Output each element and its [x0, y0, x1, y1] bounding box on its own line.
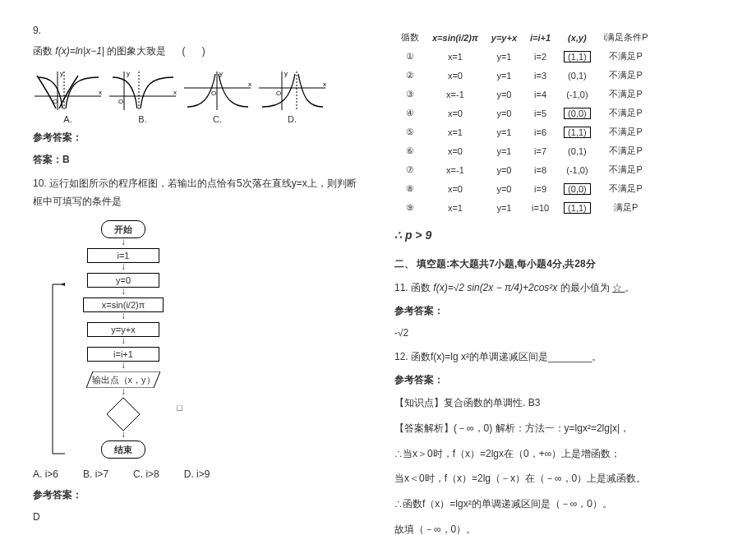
- q9-answer: 答案：B: [33, 151, 362, 169]
- q12-ref-ans-label: 参考答案：: [394, 373, 723, 387]
- flow-arrow-icon: ↓: [66, 431, 181, 440]
- table-cell: y=0: [485, 179, 523, 198]
- graph-d-label: D.: [257, 114, 327, 124]
- table-cell: x=1: [426, 198, 485, 217]
- table-cell: 不满足P: [597, 47, 655, 66]
- flow-arrow-icon: ↓: [66, 362, 181, 371]
- table-row: ③x=-1y=0i=4(-1,0)不满足P: [394, 85, 655, 104]
- svg-marker-24: [107, 398, 140, 431]
- table-cell: ③: [394, 85, 426, 104]
- table-cell: x=-1: [426, 85, 485, 104]
- section2-title: 二、 填空题:本大题共7小题,每小题4分,共28分: [394, 257, 723, 271]
- table-cell: 不满足P: [597, 104, 655, 122]
- table-cell: (1,1): [557, 122, 597, 141]
- table-cell: y=1: [485, 66, 523, 85]
- q11-stem: 11. 函数 f(x)=√2 sin(2x − π/4)+2cos²x 的最小值…: [394, 279, 723, 297]
- q12-sol5: 故填（－∞，0）。: [394, 520, 723, 535]
- svg-marker-25: [61, 283, 65, 286]
- table-cell: y=0: [485, 104, 523, 122]
- q12-sol4: ∴函数f（x）=lgx²的单调递减区间是（－∞，0）。: [394, 495, 723, 514]
- opt-d: D. i>9: [184, 468, 210, 480]
- q12-stem: 12. 函数f(x)=lg x²的单调递减区间是________。: [394, 348, 723, 367]
- table-cell: x=-1: [426, 160, 485, 179]
- flow-arrow-icon: ↓: [66, 263, 181, 273]
- flow-arrow-icon: ↓: [66, 388, 181, 398]
- table-cell: i=9: [523, 179, 557, 198]
- q9-stem: 函数 f(x)=ln|x−1| 的图象大致是 ( ): [33, 43, 362, 61]
- q9-graph-row: x y O A.: [33, 67, 362, 124]
- right-column: 循数 x=sin(i/2)π y=y+x i=i+1 (x,y) i满足条件P …: [394, 25, 723, 535]
- table-cell: 不满足P: [597, 141, 655, 160]
- table-cell: 不满足P: [597, 85, 655, 104]
- th-pt: (x,y): [557, 28, 597, 47]
- paren-r: ): [202, 45, 205, 57]
- svg-text:x: x: [323, 81, 326, 88]
- table-row: ⑥x=0y=1i=7(0,1)不满足P: [394, 141, 655, 160]
- table-cell: x=0: [426, 141, 485, 160]
- table-cell: i=5: [523, 104, 557, 122]
- q10-options: A. i>6 B. i>7 C. i>8 D. i>9: [33, 468, 362, 480]
- flow-arrow-icon: ↓: [66, 238, 181, 248]
- table-cell: ⑦: [394, 160, 426, 179]
- table-cell: i=8: [523, 160, 557, 179]
- q11-dot: 。: [625, 282, 634, 293]
- table-cell: ⑥: [394, 141, 426, 160]
- q10-stem: 10. 运行如图所示的程序框图，若输出的点恰有5次落在直线y=x上，则判断框中可…: [33, 175, 362, 210]
- th-y: y=y+x: [485, 28, 523, 47]
- svg-text:y: y: [219, 70, 223, 77]
- table-cell: (-1,0): [557, 160, 597, 179]
- cond-side-label: □: [177, 403, 182, 413]
- th-x: x=sin(i/2)π: [426, 28, 485, 47]
- th-p: i满足条件P: [597, 28, 655, 47]
- table-cell: y=1: [485, 122, 523, 141]
- flow-condition: [107, 398, 140, 431]
- q10-ref-ans-label: 参考答案：: [33, 488, 362, 502]
- q12-sol1: 【答案解析】(－∞，0) 解析：方法一：y=lgx²=2lg|x|，: [394, 419, 723, 438]
- flow-loop-line: [51, 283, 66, 455]
- table-cell: x=1: [426, 47, 485, 66]
- table-cell: i=4: [523, 85, 557, 104]
- flow-arrow-icon: ↓: [66, 337, 181, 347]
- table-row: ①x=1y=1i=2(1,1)不满足P: [394, 47, 655, 66]
- table-row: ⑧x=0y=0i=9(0,0)不满足P: [394, 179, 655, 198]
- flow-output-text: 输出点（x，y）: [86, 371, 160, 388]
- table-cell: 满足P: [597, 198, 655, 217]
- svg-text:x: x: [173, 89, 177, 96]
- graph-c: x y O C.: [182, 67, 252, 124]
- flow-output: 输出点（x，y）: [86, 371, 160, 388]
- table-cell: ⑨: [394, 198, 426, 217]
- table-cell: ②: [394, 66, 426, 85]
- svg-text:y: y: [284, 70, 288, 77]
- svg-text:O: O: [276, 90, 281, 97]
- table-cell: (-1,0): [557, 85, 597, 104]
- table-cell: (0,1): [557, 141, 597, 160]
- table-cell: y=1: [485, 141, 523, 160]
- paren-l: (: [182, 45, 186, 57]
- table-cell: y=1: [485, 198, 523, 217]
- opt-b: B. i>7: [83, 468, 108, 480]
- q11-formula: f(x)=√2 sin(2x − π/4)+2cos²x: [433, 282, 557, 293]
- table-cell: i=2: [523, 47, 557, 66]
- table-row: ⑤x=1y=1i=6(1,1)不满足P: [394, 122, 655, 141]
- table-cell: x=0: [426, 104, 485, 122]
- q11-ref-ans-label: 参考答案：: [394, 304, 723, 318]
- q12-sol3: 当x＜0时，f（x）=2lg（－x）在（－∞，0）上是减函数。: [394, 469, 723, 488]
- opt-a: A. i>6: [33, 468, 58, 480]
- q12-sol2: ∴当x＞0时，f（x）=2lgx在（0，+∞）上是增函数；: [394, 445, 723, 464]
- table-cell: i=7: [523, 141, 557, 160]
- q9-number: 9.: [33, 25, 362, 36]
- q11-blank: ☆: [612, 282, 625, 293]
- table-cell: 不满足P: [597, 122, 655, 141]
- q9-text-a: 函数: [33, 45, 53, 57]
- svg-text:y: y: [127, 70, 130, 77]
- table-cell: x=1: [426, 122, 485, 141]
- svg-text:O: O: [118, 98, 123, 105]
- table-cell: 不满足P: [597, 179, 655, 198]
- execution-table: 循数 x=sin(i/2)π y=y+x i=i+1 (x,y) i满足条件P …: [394, 28, 655, 217]
- table-cell: (0,0): [557, 104, 597, 122]
- table-cell: 不满足P: [597, 160, 655, 179]
- graph-a: x y O A.: [33, 67, 103, 124]
- graph-b-label: B.: [108, 114, 177, 124]
- table-row: ⑨x=1y=1i=10(1,1)满足P: [394, 198, 655, 217]
- page-root: 9. 函数 f(x)=ln|x−1| 的图象大致是 ( ) x y: [33, 25, 723, 535]
